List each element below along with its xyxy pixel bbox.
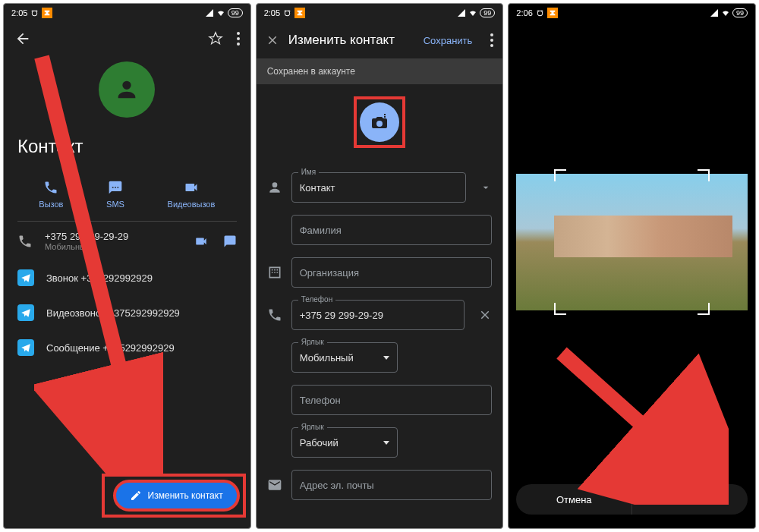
- contact-name: Контакт: [4, 136, 250, 157]
- status-time: 2:05: [264, 8, 280, 17]
- email-row: Адрес эл. почты: [257, 464, 503, 506]
- crop-corner-bl[interactable]: [554, 303, 566, 315]
- phone-label: Телефон: [298, 295, 335, 304]
- cancel-button[interactable]: Отмена: [516, 484, 631, 515]
- telegram-message-row[interactable]: Сообщение +375292992929: [4, 330, 250, 365]
- telegram-call-row[interactable]: Звонок +375292992929: [4, 260, 250, 295]
- call-label: Вызов: [39, 200, 63, 209]
- action-row: Вызов SMS Видеовызов: [4, 180, 250, 209]
- phone-label: Мобильный: [45, 242, 182, 251]
- phone-row: Телефон +375 29 299-29-29: [257, 294, 503, 336]
- org-placeholder: Организация: [300, 267, 359, 279]
- telegram-icon: [17, 269, 34, 286]
- surname-row: Фамилия: [257, 209, 503, 251]
- close-icon[interactable]: [266, 33, 279, 47]
- tag2-field[interactable]: Ярлык Рабочий: [291, 427, 398, 458]
- wifi-icon: [468, 8, 477, 17]
- crop-corner-tr[interactable]: [698, 169, 710, 181]
- ok-button[interactable]: OK: [631, 484, 748, 515]
- phone-icon: [267, 307, 282, 323]
- alarm-icon: [536, 9, 544, 17]
- phone2-placeholder: Телефон: [300, 395, 341, 406]
- tag-value: Мобильный: [300, 352, 354, 364]
- status-time: 2:06: [516, 8, 532, 17]
- phone-number: +375 29 299-29-29: [45, 231, 182, 242]
- contact-avatar[interactable]: [99, 61, 155, 118]
- more-icon[interactable]: [490, 33, 493, 47]
- phone-icon: [43, 180, 58, 195]
- telegram-video-row[interactable]: Видеозвонок +375292992929: [4, 295, 250, 330]
- email-field[interactable]: Адрес эл. почты: [291, 470, 493, 500]
- crop-corner-tl[interactable]: [554, 169, 566, 181]
- crop-frame[interactable]: [554, 169, 710, 315]
- phone-screen-edit-contact: 2:05 99 Изменить контакт Сохранить Сохра…: [256, 3, 504, 529]
- phone-value: +375 29 299-29-29: [300, 310, 383, 321]
- edit-header: Изменить контакт Сохранить: [257, 22, 503, 58]
- camera-icon: [370, 113, 389, 131]
- status-bar: 2:05 99: [257, 4, 503, 22]
- wifi-icon: [721, 8, 730, 17]
- notification-icon: [42, 8, 52, 18]
- edit-contact-label: Изменить контакт: [148, 490, 223, 501]
- tag2-value: Рабочий: [300, 437, 339, 449]
- wifi-icon: [216, 8, 225, 17]
- dropdown-icon: [383, 356, 389, 360]
- phone-field[interactable]: Телефон +375 29 299-29-29: [291, 300, 465, 330]
- save-button[interactable]: Сохранить: [424, 35, 473, 46]
- chevron-down-icon[interactable]: [480, 181, 492, 194]
- phone-icon: [17, 234, 33, 249]
- avatar-container: [4, 61, 250, 118]
- org-field[interactable]: Организация: [291, 257, 493, 288]
- tag-row: Ярлык Мобильный: [257, 336, 503, 379]
- telegram-icon: [17, 339, 34, 356]
- email-placeholder: Адрес эл. почты: [300, 480, 374, 491]
- alarm-icon: [30, 9, 39, 17]
- video-button[interactable]: Видеовызов: [168, 180, 216, 209]
- building-icon: [267, 265, 282, 280]
- surname-field[interactable]: Фамилия: [291, 215, 493, 245]
- battery-indicator: 99: [732, 8, 748, 17]
- sms-icon: [108, 180, 123, 195]
- call-button[interactable]: Вызов: [39, 180, 63, 209]
- tag-field[interactable]: Ярлык Мобильный: [291, 342, 398, 373]
- video-label: Видеовызов: [168, 200, 216, 209]
- notification-icon: [294, 8, 305, 18]
- name-field[interactable]: Имя Контакт: [291, 172, 467, 203]
- status-time: 2:05: [11, 8, 27, 17]
- pencil-icon: [130, 490, 142, 502]
- back-icon[interactable]: [14, 30, 31, 47]
- svg-line-1: [562, 353, 706, 482]
- image-crop-area[interactable]: [509, 166, 755, 318]
- telegram-icon: [17, 304, 34, 321]
- phone2-field[interactable]: Телефон: [291, 385, 493, 415]
- sms-action-icon[interactable]: [223, 235, 237, 248]
- status-bar: 2:05 99: [4, 4, 250, 22]
- phone-screen-contact-view: 2:05 99 Контакт Вызов SMS Виде: [3, 3, 251, 529]
- telegram-call-label: Звонок +375292992929: [46, 272, 153, 284]
- org-row: Организация: [257, 251, 503, 294]
- signal-icon: [457, 8, 466, 17]
- account-banner: Сохранен в аккаунте: [257, 58, 503, 84]
- telegram-video-label: Видеозвонок +375292992929: [46, 307, 180, 319]
- add-photo-button[interactable]: [360, 102, 399, 142]
- more-icon[interactable]: [237, 32, 240, 46]
- surname-placeholder: Фамилия: [300, 225, 342, 236]
- battery-indicator: 99: [480, 8, 495, 17]
- email-icon: [267, 477, 282, 493]
- clear-icon[interactable]: [478, 308, 492, 322]
- phone2-row: Телефон: [257, 379, 503, 421]
- phone-row[interactable]: +375 29 299-29-29 Мобильный: [4, 222, 250, 260]
- star-icon[interactable]: [208, 31, 223, 46]
- name-row: Имя Контакт: [257, 166, 503, 209]
- crop-corner-br[interactable]: [698, 303, 710, 315]
- video-action-icon[interactable]: [194, 235, 208, 248]
- sms-button[interactable]: SMS: [106, 180, 124, 209]
- tag2-row: Ярлык Рабочий: [257, 421, 503, 464]
- dropdown-icon: [383, 441, 389, 445]
- video-icon: [184, 180, 199, 195]
- person-icon: [267, 180, 282, 195]
- person-icon: [114, 77, 140, 102]
- phone-screen-crop-photo: 2:06 99 Отмена OK: [508, 3, 756, 529]
- camera-container: [257, 96, 503, 148]
- edit-contact-button[interactable]: Изменить контакт: [113, 480, 240, 512]
